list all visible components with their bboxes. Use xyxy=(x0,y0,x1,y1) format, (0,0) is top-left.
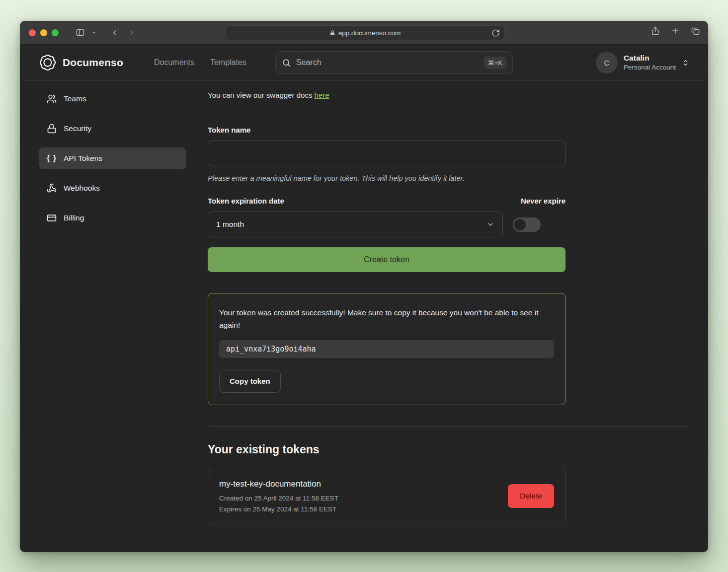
forward-icon[interactable] xyxy=(124,26,139,40)
sidebar-item-label: Billing xyxy=(64,214,84,222)
avatar: C xyxy=(596,52,618,73)
nav-templates[interactable]: Templates xyxy=(210,58,246,67)
never-expire-toggle[interactable] xyxy=(513,217,541,232)
token-card-name: my-test-key-documentation xyxy=(219,479,338,489)
sidebar-item-label: Teams xyxy=(64,94,86,103)
existing-tokens-heading: Your existing tokens xyxy=(208,443,691,456)
token-value: api_vnxa7i3go9oi4aha xyxy=(226,345,316,354)
traffic-lights xyxy=(29,29,59,36)
divider xyxy=(208,426,691,427)
sidebar-item-api-tokens[interactable]: { } API Tokens xyxy=(39,147,186,169)
back-icon[interactable] xyxy=(107,26,122,40)
brand-name: Documenso xyxy=(63,57,123,69)
search-bar[interactable]: ⌘+K xyxy=(275,51,513,74)
nav-documents[interactable]: Documents xyxy=(154,58,194,67)
sidebar-item-label: Webhooks xyxy=(64,184,100,193)
chevrons-up-down-icon xyxy=(682,59,689,67)
app-header: Documenso Documents Templates ⌘+K C Cata… xyxy=(20,45,708,81)
swagger-docs-text: You can view our swagger docs here xyxy=(208,84,691,99)
main-nav: Documents Templates xyxy=(154,58,246,67)
sidebar-item-label: Security xyxy=(64,124,91,133)
search-icon xyxy=(282,58,291,68)
brand[interactable]: Documenso xyxy=(39,54,123,72)
sidebar-item-teams[interactable]: Teams xyxy=(39,88,186,110)
swagger-docs-link[interactable]: here xyxy=(315,91,329,99)
sidebar-item-webhooks[interactable]: Webhooks xyxy=(39,177,186,199)
token-name-label: Token name xyxy=(208,126,566,134)
minimize-window-button[interactable] xyxy=(40,29,47,36)
copy-token-button[interactable]: Copy token xyxy=(219,370,281,393)
browser-titlebar: app.documenso.com xyxy=(20,21,708,45)
account-name: Catalin xyxy=(624,53,676,63)
browser-window: app.documenso.com Documenso xyxy=(20,21,708,552)
token-expiration-label: Token expiration date xyxy=(208,197,284,205)
search-shortcut-badge: ⌘+K xyxy=(484,57,506,69)
close-window-button[interactable] xyxy=(29,29,36,36)
token-value-field[interactable]: api_vnxa7i3go9oi4aha xyxy=(219,340,554,358)
token-created-message: Your token was created successfully! Mak… xyxy=(219,307,554,332)
token-card-expires: Expires on 25 May 2024 at 11:58 EEST xyxy=(219,505,338,513)
search-input[interactable] xyxy=(296,58,479,67)
documenso-logo-icon xyxy=(39,54,57,72)
token-name-input[interactable] xyxy=(208,141,566,166)
api-tokens-content: You can view our swagger docs here Token… xyxy=(188,81,708,552)
toggle-knob xyxy=(514,219,526,230)
braces-icon: { } xyxy=(47,154,57,163)
token-card-created: Created on 25 April 2024 at 11:58 EEST xyxy=(219,495,338,502)
chevron-down-icon xyxy=(486,220,494,228)
users-icon xyxy=(47,94,57,104)
account-type: Personal Account xyxy=(624,63,676,72)
sidebar-toggle-icon[interactable] xyxy=(73,26,87,40)
token-name-helper: Please enter a meaningful name for your … xyxy=(208,174,566,182)
token-card: my-test-key-documentation Created on 25 … xyxy=(208,468,566,524)
never-expire-label: Never expire xyxy=(521,197,566,205)
address-bar[interactable]: app.documenso.com xyxy=(225,25,505,40)
sidebar-chevron-icon[interactable] xyxy=(89,26,98,40)
sidebar-item-security[interactable]: Security xyxy=(39,118,186,140)
expiration-selected-value: 1 month xyxy=(216,220,244,229)
url-text: app.documenso.com xyxy=(338,29,401,37)
lock-icon xyxy=(47,124,57,134)
swagger-text: You can view our swagger docs xyxy=(208,91,315,99)
sidebar-item-billing[interactable]: Billing xyxy=(39,207,186,229)
create-token-button[interactable]: Create token xyxy=(208,247,566,272)
settings-sidebar: Teams Security { } API Tokens Webhooks B… xyxy=(20,81,188,552)
webhook-icon xyxy=(47,183,57,193)
share-icon[interactable] xyxy=(651,26,660,36)
divider xyxy=(208,109,691,109)
sidebar-item-label: API Tokens xyxy=(64,154,102,163)
reload-icon[interactable] xyxy=(491,29,500,37)
expiration-select[interactable]: 1 month xyxy=(208,212,503,237)
token-created-alert: Your token was created successfully! Mak… xyxy=(208,293,566,405)
delete-token-button[interactable]: Delete xyxy=(508,484,554,508)
new-tab-icon[interactable] xyxy=(671,26,680,35)
account-menu[interactable]: C Catalin Personal Account xyxy=(596,52,689,73)
credit-card-icon xyxy=(47,213,57,223)
zoom-window-button[interactable] xyxy=(52,29,59,36)
tab-overview-icon[interactable] xyxy=(691,26,700,36)
ssl-lock-icon xyxy=(329,30,335,36)
